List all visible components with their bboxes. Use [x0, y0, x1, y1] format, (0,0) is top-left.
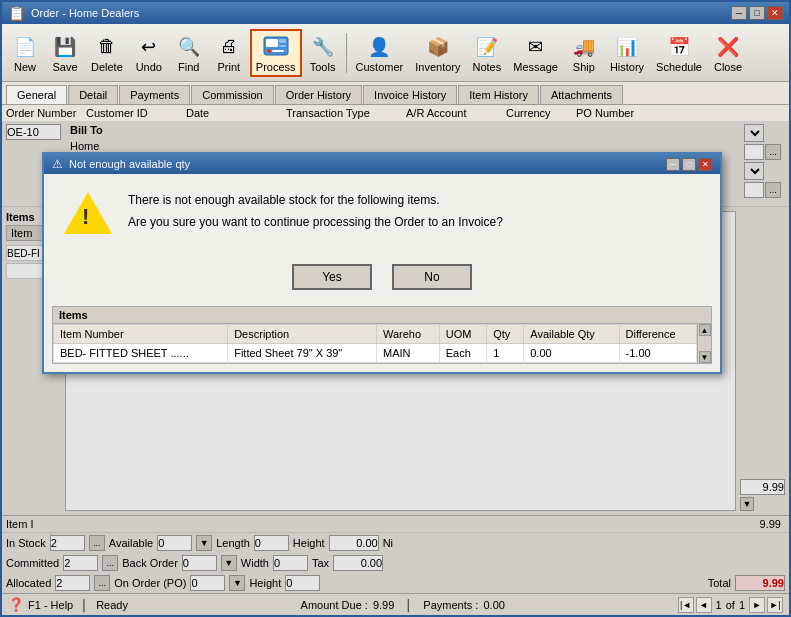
dialog-items-header: Items [53, 307, 711, 324]
dialog-items-section: Items Item Number Description Wareho UOM [52, 306, 712, 364]
dialog-buttons: Yes No [44, 254, 720, 306]
tab-item-history[interactable]: Item History [458, 85, 539, 104]
new-button[interactable]: 📄 New [6, 30, 44, 76]
find-button[interactable]: 🔍 Find [170, 30, 208, 76]
delete-button[interactable]: 🗑 Delete [86, 30, 128, 76]
tab-attachments[interactable]: Attachments [540, 85, 623, 104]
title-controls: ─ □ ✕ [731, 6, 783, 20]
tab-order-history[interactable]: Order History [275, 85, 362, 104]
page-current: 1 [716, 599, 722, 611]
table-row: BED- FITTED SHEET ...... Fitted Sheet 79… [54, 344, 697, 363]
tab-detail[interactable]: Detail [68, 85, 118, 104]
cell-warehouse: MAIN [376, 344, 439, 363]
warning-icon-large: ! [64, 190, 112, 238]
minimize-btn[interactable]: ─ [731, 6, 747, 20]
cell-uom: Each [439, 344, 487, 363]
cell-difference: -1.00 [619, 344, 696, 363]
status-mid: Amount Due : 9.99 │ Payments : 0.00 [132, 599, 674, 611]
yes-button[interactable]: Yes [292, 264, 372, 290]
maximize-btn[interactable]: □ [749, 6, 765, 20]
col-uom: UOM [439, 325, 487, 344]
svg-rect-3 [279, 45, 286, 47]
scroll-down-arrow[interactable]: ▼ [699, 351, 711, 363]
window: 📋 Order - Home Dealers ─ □ ✕ 📄 New 💾 Sav… [0, 0, 791, 617]
status-bar: ❓ F1 - Help │ Ready Amount Due : 9.99 │ … [2, 593, 789, 615]
notes-button[interactable]: 📝 Notes [467, 30, 506, 76]
save-button[interactable]: 💾 Save [46, 30, 84, 76]
no-button[interactable]: No [392, 264, 472, 290]
cell-qty: 1 [487, 344, 524, 363]
col-order-number: Order Number [6, 107, 86, 119]
inventory-button[interactable]: 📦 Inventory [410, 30, 465, 76]
dialog-title-text: Not enough available qty [69, 158, 190, 170]
cell-item-number: BED- FITTED SHEET ...... [54, 344, 228, 363]
cell-description: Fitted Sheet 79" X 39" [228, 344, 377, 363]
dialog-overlay: ⚠ Not enough available qty ─ □ ✕ ! [2, 122, 789, 593]
tab-general[interactable]: General [6, 85, 67, 104]
nav-first-btn[interactable]: |◄ [678, 597, 694, 613]
column-headers: Order Number Customer ID Date Transactio… [2, 105, 789, 122]
amount-due-label: Amount Due : [301, 599, 368, 611]
window-title: Order - Home Dealers [31, 7, 139, 19]
dialog-close-btn[interactable]: ✕ [698, 158, 712, 171]
schedule-label: Schedule [656, 61, 702, 73]
nav-last-btn[interactable]: ►| [767, 597, 783, 613]
customer-label: Customer [356, 61, 404, 73]
warning-line2: Are you sure you want to continue proces… [128, 212, 503, 234]
separator-2: │ [405, 599, 412, 611]
message-label: Message [513, 61, 558, 73]
close-label: Close [714, 61, 742, 73]
inventory-label: Inventory [415, 61, 460, 73]
new-label: New [14, 61, 36, 73]
svg-rect-2 [279, 39, 286, 43]
find-label: Find [178, 61, 199, 73]
col-available-qty: Available Qty [524, 325, 619, 344]
svg-rect-5 [272, 50, 284, 52]
history-button[interactable]: 📊 History [605, 30, 649, 76]
dialog-warning-area: ! There is not enough available stock fo… [44, 174, 720, 254]
tab-invoice-history[interactable]: Invoice History [363, 85, 457, 104]
delete-label: Delete [91, 61, 123, 73]
undo-button[interactable]: ↩ Undo [130, 30, 168, 76]
tab-payments[interactable]: Payments [119, 85, 190, 104]
svg-point-4 [267, 49, 271, 53]
dialog: ⚠ Not enough available qty ─ □ ✕ ! [42, 152, 722, 374]
undo-label: Undo [136, 61, 162, 73]
dialog-scrollbar: ▲ ▼ [697, 324, 711, 363]
amount-due-value: 9.99 [373, 599, 394, 611]
tools-button[interactable]: 🔧 Tools [304, 30, 342, 76]
help-text: F1 - Help [28, 599, 73, 611]
ship-button[interactable]: 🚚 Ship [565, 30, 603, 76]
dialog-title-bar: ⚠ Not enough available qty ─ □ ✕ [44, 154, 720, 174]
ready-text: Ready [96, 599, 128, 611]
customer-button[interactable]: 👤 Customer [351, 30, 409, 76]
close-button[interactable]: ❌ Close [709, 30, 747, 76]
scroll-up-arrow[interactable]: ▲ [699, 324, 711, 336]
message-button[interactable]: ✉ Message [508, 30, 563, 76]
col-currency: Currency [506, 107, 576, 119]
payments-label: Payments : [423, 599, 478, 611]
col-warehouse: Wareho [376, 325, 439, 344]
dialog-minimize-btn[interactable]: ─ [666, 158, 680, 171]
tab-bar: General Detail Payments Commission Order… [2, 82, 789, 105]
cell-available-qty: 0.00 [524, 344, 619, 363]
dialog-maximize-btn[interactable]: □ [682, 158, 696, 171]
payments-value: 0.00 [483, 599, 504, 611]
close-btn[interactable]: ✕ [767, 6, 783, 20]
title-bar: 📋 Order - Home Dealers ─ □ ✕ [2, 2, 789, 24]
dialog-title-controls: ─ □ ✕ [666, 158, 712, 171]
nav-next-btn[interactable]: ► [749, 597, 765, 613]
tab-commission[interactable]: Commission [191, 85, 274, 104]
print-button[interactable]: 🖨 Print [210, 30, 248, 76]
save-label: Save [52, 61, 77, 73]
ship-label: Ship [573, 61, 595, 73]
nav-prev-btn[interactable]: ◄ [696, 597, 712, 613]
process-button[interactable]: Process [250, 29, 302, 77]
print-label: Print [217, 61, 240, 73]
schedule-button[interactable]: 📅 Schedule [651, 30, 707, 76]
tools-label: Tools [310, 61, 336, 73]
col-transaction-type: Transaction Type [286, 107, 406, 119]
notes-label: Notes [472, 61, 501, 73]
page-sep: of [726, 599, 735, 611]
history-label: History [610, 61, 644, 73]
